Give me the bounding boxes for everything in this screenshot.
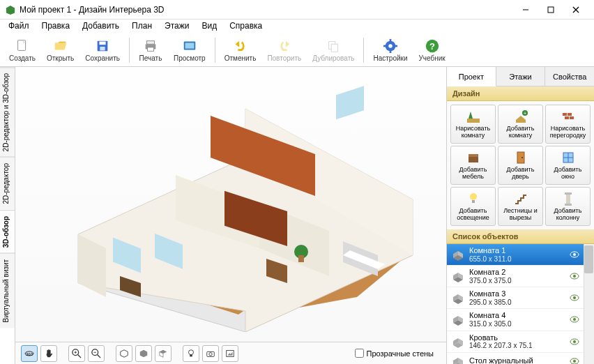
screenshot-button[interactable] [222,345,238,362]
gear-icon [383,38,398,54]
design-add-light[interactable]: Добавить освещение [450,187,496,226]
design-add-room[interactable]: +Добавить комнату [498,105,543,144]
design-draw-room[interactable]: Нарисовать комнату [450,105,496,144]
furniture-icon [451,335,465,348]
viewport: 360 Прозрачные стены [15,67,446,364]
svg-rect-2 [548,7,554,13]
toolbar-new[interactable]: Создать [4,36,40,64]
close-button[interactable] [563,1,588,18]
view-mode-2[interactable] [135,345,152,362]
tab-properties[interactable]: Свойства [545,67,594,86]
zoom-out-button[interactable] [88,345,105,362]
svg-rect-73 [565,116,569,119]
design-add-column[interactable]: Добавить колонну [545,187,591,226]
svg-rect-77 [517,152,524,163]
tab-3d[interactable]: 3D-обзор [0,210,15,253]
menu-plan[interactable]: План [126,20,158,33]
object-item[interactable]: Комната 4315.0 x 305.0 [447,309,584,331]
maximize-button[interactable] [538,1,563,18]
svg-rect-85 [565,192,572,195]
transparent-walls-checkbox[interactable]: Прозрачные стены [355,349,434,358]
design-add-window[interactable]: Добавить окно [545,146,591,185]
svg-point-116 [573,360,576,363]
orbit-icon: 360 [24,348,35,359]
tab-walkthrough[interactable]: Виртуальный визит [0,253,15,328]
orbit-button[interactable]: 360 [21,345,38,362]
scrollbar-thumb[interactable] [584,245,593,273]
toolbar-undo[interactable]: Отменить [220,36,261,64]
menu-file[interactable]: Файл [3,20,35,33]
menu-help[interactable]: Справка [224,20,268,33]
menu-view[interactable]: Вид [196,20,222,33]
design-label: Добавить комнату [500,126,541,139]
svg-text:?: ? [429,40,435,51]
menu-add[interactable]: Добавить [77,20,125,33]
svg-point-101 [573,296,576,299]
add-door-icon [513,150,528,165]
camera-button[interactable] [202,345,219,362]
minimize-button[interactable] [513,1,538,18]
tab-project[interactable]: Проект [447,67,496,86]
svg-marker-57 [121,349,128,357]
toolbar-preview[interactable]: Просмотр [169,36,211,64]
toolbar: Создать Открыть Сохранить Печать Просмот… [0,33,594,67]
separator [215,38,215,63]
toolbar-duplicate[interactable]: Дублировать [307,36,359,64]
object-name: Комната 3 [469,289,565,298]
svg-line-51 [78,354,81,357]
view-mode-1[interactable] [116,345,132,362]
lighting-button[interactable] [183,345,199,362]
menu-edit[interactable]: Правка [36,20,76,33]
object-item[interactable]: Комната 3295.0 x 385.0 [447,287,584,309]
svg-text:360: 360 [26,352,33,356]
transparent-walls-input[interactable] [355,349,364,358]
design-add-stairs[interactable]: Лестницы и вырезы [498,187,543,226]
tab-2d-3d[interactable]: 2D-редактор и 3D-обзор [0,67,15,157]
design-draw-wall[interactable]: Нарисовать перегородку [545,105,591,144]
toolbar-tutorial[interactable]: ? Учебник [414,36,450,64]
object-list[interactable]: Комната 1655.0 x 311.0Комната 2375.0 x 3… [447,244,594,364]
redo-icon [277,38,292,54]
image-icon [225,349,235,358]
preview-icon [182,38,197,54]
svg-marker-15 [235,40,239,47]
view-mode-3[interactable] [155,345,172,362]
object-item[interactable]: Стол журнальный [447,353,584,364]
design-label: Нарисовать комнату [452,126,494,139]
visibility-icon[interactable] [570,356,579,364]
hand-icon [44,349,54,358]
3d-render[interactable] [15,67,446,342]
visibility-icon[interactable] [570,250,579,259]
visibility-icon[interactable] [570,337,579,347]
visibility-icon[interactable] [570,271,579,281]
add-furniture-icon [466,150,481,165]
tab-2d[interactable]: 2D-редактор [0,157,15,210]
design-add-furniture[interactable]: Добавить мебель [450,146,496,185]
pan-button[interactable] [40,345,57,362]
visibility-icon[interactable] [570,314,579,324]
object-item[interactable]: Комната 2375.0 x 375.0 [447,266,584,287]
section-design: Дизайн [447,86,594,101]
toolbar-settings[interactable]: Настройки [368,36,412,64]
menubar: Файл Правка Добавить План Этажи Вид Спра… [0,20,594,33]
svg-marker-59 [160,349,167,353]
toolbar-print[interactable]: Печать [134,36,167,64]
svg-rect-83 [472,200,475,203]
svg-rect-10 [147,40,155,44]
object-item[interactable]: Кровать146.2 x 207.3 x 75.1 [447,331,584,353]
object-item[interactable]: Комната 1655.0 x 311.0 [447,244,584,266]
svg-rect-86 [565,204,572,206]
tab-floors[interactable]: Этажи [496,67,546,86]
toolbar-open[interactable]: Открыть [42,36,79,64]
menu-floors[interactable]: Этажи [159,20,195,33]
scrollbar-track[interactable] [584,244,594,364]
svg-point-96 [573,275,576,278]
svg-marker-66 [228,351,233,355]
svg-rect-84 [566,193,570,204]
visibility-icon[interactable] [570,293,579,303]
toolbar-redo[interactable]: Повторить [262,36,306,64]
zoom-in-button[interactable] [68,345,85,362]
bottom-toolbar: 360 Прозрачные стены [15,342,446,364]
toolbar-save[interactable]: Сохранить [80,36,125,64]
design-add-door[interactable]: Добавить дверь [498,146,543,185]
